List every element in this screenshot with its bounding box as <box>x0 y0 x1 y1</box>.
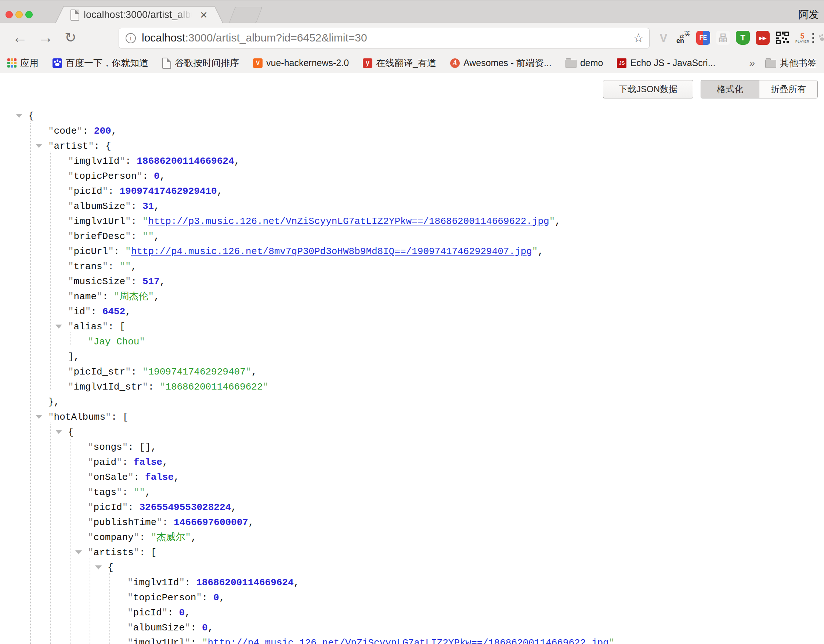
collapse-triangle-icon[interactable] <box>55 324 62 329</box>
page-favicon-icon <box>71 9 79 20</box>
back-icon[interactable]: ← <box>9 27 30 48</box>
json-line: { <box>0 109 824 124</box>
site-info-icon[interactable]: i <box>126 33 136 43</box>
json-line: "musicSize": 517, <box>0 274 824 289</box>
collapse-triangle-icon[interactable] <box>16 114 22 118</box>
youdao-icon: y <box>363 58 372 68</box>
json-line: "imglv1Url": "http://p3.music.126.net/Vn… <box>0 214 824 229</box>
page-icon <box>162 58 171 69</box>
bookmark-youdao-translate[interactable]: y在线翻译_有道 <box>363 57 436 69</box>
collapse-all-button[interactable]: 折叠所有 <box>759 80 817 98</box>
bookmark-other-bookmarks[interactable]: 其他书签 <box>765 57 817 69</box>
json-line: "albumSize": 31, <box>0 199 824 214</box>
collapse-triangle-icon[interactable] <box>55 430 62 434</box>
json-line: "topicPerson": 0, <box>0 169 824 184</box>
bookmark-baidu[interactable]: 百度一下，你就知道 <box>52 57 148 69</box>
json-line: "picId": 0, <box>0 606 824 621</box>
bookmark-google-sorted[interactable]: 谷歌按时间排序 <box>162 57 239 69</box>
bookmark-vue-hackernews[interactable]: Vvue-hackernews-2.0 <box>253 58 349 68</box>
qr-code-icon[interactable] <box>774 29 791 46</box>
zoom-window-button[interactable] <box>25 11 33 18</box>
bookmark-label: 谷歌按时间排序 <box>175 57 239 69</box>
bookmark-demo-folder[interactable]: demo <box>566 58 603 68</box>
json-line: "picId_str": "19097417462929407", <box>0 364 824 380</box>
window-titlebar: localhost:3000/artist_album?id=6452&limi… <box>0 0 824 23</box>
translate-icon[interactable]: en英⇄ <box>675 29 692 46</box>
json-line: "alias": [ <box>0 320 824 335</box>
forward-icon[interactable]: → <box>35 27 56 48</box>
json-line: "briefDesc": "", <box>0 229 824 244</box>
collapse-triangle-icon[interactable] <box>75 550 82 555</box>
tampermonkey-shield-icon[interactable]: T <box>735 29 751 46</box>
json-line: "code": 200, <box>0 124 824 139</box>
bookmark-apps[interactable]: 应用 <box>7 57 38 69</box>
json-line: "albumSize": 0, <box>0 621 824 636</box>
awesomes-icon: A <box>450 58 460 68</box>
bookmark-label: demo <box>580 58 603 68</box>
bookmark-echojs[interactable]: JSEcho JS - JavaScri... <box>617 58 715 68</box>
bookmarks-bar: 应用百度一下，你就知道谷歌按时间排序Vvue-hackernews-2.0y在线… <box>0 53 824 73</box>
collapse-triangle-icon[interactable] <box>95 566 102 569</box>
fast-forward-icon[interactable]: ▶▶ <box>754 29 771 46</box>
tab-title: localhost:3000/artist_album?id=6452&limi… <box>84 9 194 22</box>
extension-icons-row: Ven英⇄FE品T▶▶5PLAYER <box>655 26 824 50</box>
url-text: localhost:3000/artist_album?id=6452&limi… <box>142 32 367 44</box>
json-line: "imglv1Url": "http://p4.music.126.net/Vn… <box>0 636 824 644</box>
browser-toolbar: ← → ↻ i localhost:3000/artist_album?id=6… <box>0 23 824 53</box>
minimize-window-button[interactable] <box>15 11 23 18</box>
collapse-triangle-icon[interactable] <box>35 415 42 419</box>
chrome-menu-icon[interactable] <box>806 29 820 47</box>
json-line: "artists": [ <box>0 545 824 560</box>
download-json-button[interactable]: 下载JSON数据 <box>603 80 693 98</box>
view-mode-segmented-control: 格式化 折叠所有 <box>701 80 818 98</box>
json-line: "hotAlbums": [ <box>0 410 824 425</box>
json-line: "paid": false, <box>0 455 824 470</box>
profile-name[interactable]: 阿发 <box>798 8 819 22</box>
fe-icon[interactable]: FE <box>695 29 712 46</box>
json-line: { <box>0 560 824 575</box>
bookmark-label: vue-hackernews-2.0 <box>266 58 349 68</box>
json-line: "name": "周杰伦", <box>0 289 824 304</box>
collapse-triangle-icon[interactable] <box>35 144 42 148</box>
vue-devtools-icon[interactable]: V <box>655 29 672 46</box>
folder-icon <box>566 60 576 68</box>
json-line: "publishTime": 1466697600007, <box>0 515 824 530</box>
json-line: { <box>0 425 824 440</box>
json-line: "imglv1Id": 18686200114669624, <box>0 575 824 590</box>
bookmark-awesomes[interactable]: AAwesomes - 前端资... <box>450 57 552 69</box>
json-line: "id": 6452, <box>0 304 824 320</box>
json-line: "trans": "", <box>0 259 824 274</box>
bookmark-star-icon[interactable]: ☆ <box>633 31 644 45</box>
browser-tab[interactable]: localhost:3000/artist_album?id=6452&limi… <box>56 7 223 23</box>
json-line: "topicPerson": 0, <box>0 590 824 606</box>
new-tab-button[interactable] <box>229 7 263 23</box>
reload-icon[interactable]: ↻ <box>60 27 81 48</box>
apps-grid-icon <box>7 58 17 68</box>
url-host: localhost <box>142 32 185 44</box>
json-url-link[interactable]: http://p3.music.126.net/VnZiScyynLG7atLI… <box>148 216 549 227</box>
bookmarks-overflow-icon[interactable]: » <box>749 57 755 69</box>
bookmark-label: 应用 <box>20 57 38 69</box>
json-line: "company": "杰威尔", <box>0 530 824 545</box>
json-viewer: {"code": 200,"artist": {"imglv1Id": 1868… <box>0 109 824 644</box>
close-window-button[interactable] <box>6 11 13 18</box>
json-line: "imglv1Id": 18686200114669624, <box>0 154 824 169</box>
json-line: "picId": 3265549553028224, <box>0 500 824 515</box>
format-button[interactable]: 格式化 <box>701 80 759 98</box>
address-bar[interactable]: i localhost:3000/artist_album?id=6452&li… <box>118 28 650 48</box>
json-line: "Jay Chou" <box>0 335 824 349</box>
json-line: "onSale": false, <box>0 470 824 485</box>
json-url-link[interactable]: http://p4.music.126.net/8mv7qP30Pd3oHW8b… <box>131 246 532 257</box>
json-line: "imglv1Id_str": "18686200114669622" <box>0 380 824 395</box>
json-line: "picUrl": "http://p4.music.126.net/8mv7q… <box>0 244 824 259</box>
tab-close-icon[interactable]: ✕ <box>200 9 208 21</box>
folder-icon <box>765 60 776 68</box>
paw-blue-icon <box>52 58 62 68</box>
json-line: "picId": 19097417462929410, <box>0 184 824 199</box>
json-url-link[interactable]: http://p4.music.126.net/VnZiScyynLG7atLI… <box>208 637 609 644</box>
vue-icon: V <box>253 58 263 68</box>
org-chart-icon[interactable]: 品 <box>715 29 732 46</box>
json-line: ], <box>0 349 824 364</box>
bookmark-label: 在线翻译_有道 <box>376 57 436 69</box>
json-line: }, <box>0 395 824 410</box>
